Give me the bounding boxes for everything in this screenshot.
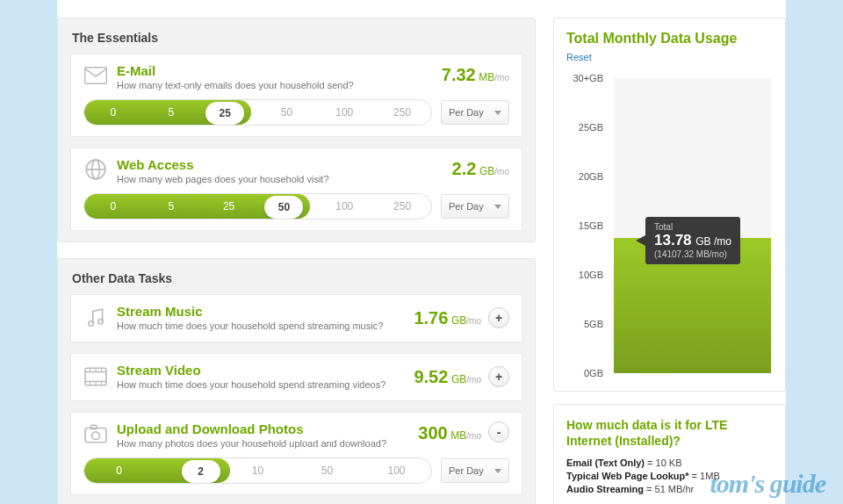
slider-option[interactable]: 0: [84, 457, 154, 484]
svg-rect-0: [85, 68, 107, 83]
axis-tick: 0GB: [584, 368, 603, 378]
web-title: Web Access: [117, 157, 430, 172]
usage-panel: Total Monthly Data Usage Reset 30+GB25GB…: [553, 18, 786, 392]
essentials-title: The Essentials: [72, 31, 522, 45]
slider-option[interactable]: 100: [315, 193, 373, 220]
svg-point-17: [92, 432, 100, 440]
slider-option[interactable]: 10: [223, 457, 292, 484]
globe-icon: [83, 157, 108, 182]
reset-link[interactable]: Reset: [566, 52, 592, 62]
axis-tick: 25GB: [579, 122, 603, 133]
music-note-icon: [83, 306, 108, 330]
axis-tick: 10GB: [579, 270, 603, 280]
svg-rect-16: [91, 425, 97, 428]
slider-option[interactable]: 5: [142, 193, 200, 220]
photos-value: 300 MB/mo: [402, 421, 481, 443]
info-row: Email (Text Only) = 10 KB: [566, 457, 773, 468]
slider-option[interactable]: 100: [315, 99, 373, 126]
info-title: How much data is it for LTE Internet (In…: [566, 417, 773, 449]
email-slider[interactable]: 055010025025: [83, 99, 432, 126]
email-value: 7.32 MB/mo: [430, 63, 509, 85]
video-title: Stream Video: [117, 363, 402, 378]
chevron-down-icon: [494, 469, 501, 473]
usage-title: Total Monthly Data Usage: [566, 31, 773, 47]
chevron-down-icon: [494, 111, 501, 115]
slider-thumb[interactable]: 25: [205, 102, 244, 125]
web-sub: How many web pages does your household v…: [117, 174, 430, 184]
email-card: E-Mail How many text-only emails does yo…: [70, 54, 522, 137]
video-value: 9.52 GB/mo: [402, 365, 481, 387]
email-sub: How many text-only emails does your hous…: [117, 80, 430, 90]
web-frequency-select[interactable]: Per Day: [441, 194, 509, 219]
axis-tick: 5GB: [584, 319, 603, 329]
chevron-down-icon: [494, 205, 501, 209]
web-card: Web Access How many web pages does your …: [70, 148, 522, 231]
photos-sub: How many photos does your household uplo…: [117, 438, 402, 449]
video-sub: How much time does your household spend …: [117, 379, 402, 390]
other-panel: Other Data Tasks Stream Music How much t…: [57, 258, 536, 504]
svg-point-5: [98, 319, 103, 323]
slider-option[interactable]: 25: [200, 193, 258, 220]
email-title: E-Mail: [117, 63, 430, 78]
photos-collapse-button[interactable]: -: [488, 421, 509, 443]
music-card: Stream Music How much time does your hou…: [70, 294, 522, 342]
web-slider[interactable]: 052510025050: [83, 193, 432, 220]
slider-option[interactable]: 5: [142, 99, 200, 126]
photos-title: Upload and Download Photos: [117, 421, 402, 436]
web-value: 2.2 GB/mo: [430, 157, 509, 179]
slider-option[interactable]: 50: [257, 99, 315, 126]
axis-tick: 20GB: [579, 171, 603, 182]
other-title: Other Data Tasks: [72, 271, 522, 285]
slider-option[interactable]: 0: [84, 99, 142, 126]
slider-option[interactable]: 250: [373, 99, 431, 126]
slider-option[interactable]: 250: [373, 193, 431, 220]
photos-card: Upload and Download Photos How many phot…: [70, 412, 522, 495]
photos-slider[interactable]: 010501002: [83, 457, 432, 484]
usage-tooltip: Total 13.78 GB /mo (14107.32 MB/mo): [645, 217, 740, 264]
music-value: 1.76 GB/mo: [402, 306, 481, 328]
slider-option[interactable]: 100: [362, 457, 431, 484]
video-expand-button[interactable]: +: [488, 366, 509, 387]
envelope-icon: [83, 63, 108, 88]
film-icon: [83, 364, 108, 389]
slider-thumb[interactable]: 50: [264, 196, 303, 219]
axis-tick: 15GB: [579, 220, 603, 231]
music-title: Stream Music: [117, 304, 402, 319]
video-card: Stream Video How much time does your hou…: [70, 353, 522, 401]
photos-frequency-select[interactable]: Per Day: [441, 458, 509, 483]
slider-option[interactable]: 0: [84, 193, 142, 220]
watermark: tom's guide: [710, 469, 825, 499]
music-sub: How much time does your household spend …: [117, 320, 402, 331]
slider-option[interactable]: 50: [292, 457, 362, 484]
slider-thumb[interactable]: 2: [182, 460, 220, 483]
usage-chart: 30+GB25GB20GB15GB10GB5GB0GB Total 13.78 …: [566, 73, 773, 378]
camera-icon: [83, 421, 108, 446]
essentials-panel: The Essentials E-Mail How many text-only…: [57, 18, 536, 242]
axis-tick: 30+GB: [573, 73, 603, 83]
music-expand-button[interactable]: +: [488, 307, 509, 328]
email-frequency-select[interactable]: Per Day: [441, 100, 509, 125]
